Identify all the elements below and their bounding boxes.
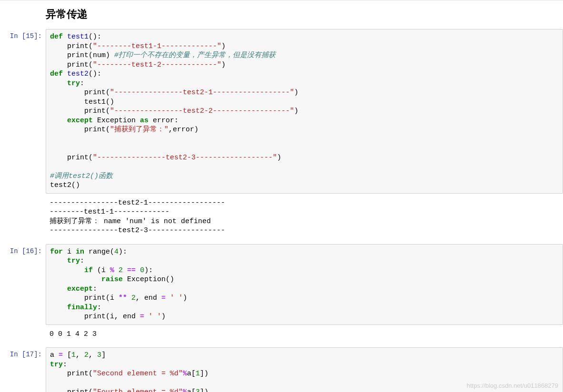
- watermark: https://blog.csdn.net/u011868279: [467, 382, 558, 389]
- code-token: ):: [119, 248, 127, 256]
- code-token: 1: [196, 370, 200, 378]
- cell-gap: [0, 342, 563, 347]
- code-token: print(: [50, 154, 93, 162]
- code-token: "----------------test2-1----------------…: [110, 88, 294, 97]
- code-token: [114, 266, 119, 274]
- code-token: a: [50, 351, 59, 359]
- code-token: ]): [200, 370, 208, 378]
- heading-text: 异常传递: [46, 7, 563, 21]
- code-token: "----------------test2-3----------------…: [93, 154, 277, 162]
- code-token: [50, 304, 67, 312]
- code-token: try: [50, 361, 63, 369]
- code-token: print(: [50, 61, 93, 69]
- code-token: , end: [136, 294, 161, 302]
- code-token: "捕获到了异常：": [110, 126, 168, 134]
- code-input[interactable]: for i in range(4): try: if (i % 2 == 0):…: [46, 244, 563, 325]
- code-token: Exception: [93, 117, 140, 125]
- code-token: :: [80, 257, 84, 265]
- code-token: ): [221, 42, 226, 50]
- code-token: in: [76, 248, 84, 256]
- code-token: =: [161, 294, 166, 302]
- input-prompt: In [16]:: [0, 244, 46, 325]
- code-token: print(i, end: [50, 313, 140, 321]
- output-text: 0 0 1 4 2 3: [46, 327, 563, 342]
- code-token: a[: [187, 370, 196, 378]
- code-token: ' ': [148, 313, 161, 321]
- code-token: ,error): [168, 126, 198, 134]
- code-token: except: [67, 285, 93, 293]
- code-token: 3: [196, 388, 200, 392]
- code-token: 2: [84, 351, 89, 359]
- code-token: ,: [89, 351, 97, 359]
- code-token: print(num): [50, 51, 114, 59]
- code-token: ):: [144, 266, 153, 274]
- code-input[interactable]: def test1(): print("--------test1-1-----…: [46, 29, 563, 194]
- code-token: [: [63, 351, 71, 359]
- code-token: [50, 275, 101, 284]
- code-token: test1(): [50, 98, 114, 106]
- code-token: [144, 313, 148, 321]
- output-prompt: [0, 327, 46, 342]
- code-token: test1: [67, 33, 89, 41]
- code-token: range(: [84, 248, 114, 256]
- code-token: ]: [101, 351, 106, 359]
- code-token: print(: [50, 42, 93, 50]
- code-token: raise: [101, 275, 123, 284]
- code-token: "----------------test2-2----------------…: [110, 107, 294, 115]
- code-token: [50, 266, 84, 274]
- code-token: =: [59, 351, 63, 359]
- code-token: print(: [50, 370, 93, 378]
- notebook: 异常传递 In [15]:def test1(): print("-------…: [0, 0, 563, 392]
- code-token: def: [50, 33, 63, 41]
- code-token: #打印一个不存在的变量，产生异常，但是没有捕获: [114, 51, 276, 59]
- code-token: 1: [71, 351, 76, 359]
- code-token: except: [67, 117, 93, 125]
- code-token: [63, 33, 67, 41]
- code-token: ): [221, 61, 226, 69]
- code-token: "Fourth element = %d": [93, 388, 183, 392]
- code-token: ]): [200, 388, 208, 392]
- code-token: :: [93, 285, 97, 293]
- code-token: [63, 70, 67, 78]
- code-cell: In [15]:def test1(): print("--------test…: [0, 29, 563, 194]
- code-token: test2: [67, 70, 89, 78]
- code-token: 2: [119, 266, 123, 274]
- code-token: Exception(): [123, 275, 174, 284]
- code-token: :: [63, 361, 67, 369]
- divider: [0, 0, 563, 0]
- code-token: [50, 285, 67, 293]
- output-cell: ----------------test2-1-----------------…: [0, 196, 563, 238]
- code-token: for: [50, 248, 63, 256]
- code-token: try: [67, 79, 80, 88]
- code-token: print(i: [50, 294, 119, 302]
- code-token: print(: [50, 88, 110, 97]
- code-token: ): [294, 107, 298, 115]
- code-token: =: [140, 313, 144, 321]
- code-token: ): [294, 88, 298, 97]
- code-token: [123, 266, 127, 274]
- code-token: "--------test1-1-------------": [93, 42, 221, 50]
- code-token: :: [80, 79, 84, 88]
- code-token: ): [277, 154, 281, 162]
- code-token: i: [63, 248, 76, 256]
- code-token: print(: [50, 126, 110, 134]
- code-token: **: [119, 294, 127, 302]
- code-token: if: [84, 266, 93, 274]
- code-token: print(: [50, 107, 110, 115]
- cells-container: In [15]:def test1(): print("--------test…: [0, 29, 563, 392]
- code-token: [50, 117, 67, 125]
- output-cell: 0 0 1 4 2 3: [0, 327, 563, 342]
- code-token: try: [67, 257, 80, 265]
- code-token: ,: [76, 351, 84, 359]
- code-token: a[: [187, 388, 196, 392]
- code-token: [50, 79, 67, 88]
- input-prompt: In [17]:: [0, 347, 46, 392]
- output-text: ----------------test2-1-----------------…: [46, 196, 563, 238]
- code-token: (i: [93, 266, 110, 274]
- code-token: test2(): [50, 181, 80, 189]
- code-token: ' ': [170, 294, 183, 302]
- code-token: ():: [89, 70, 101, 78]
- code-token: 2: [131, 294, 136, 302]
- code-token: as: [140, 117, 148, 125]
- code-token: [127, 294, 131, 302]
